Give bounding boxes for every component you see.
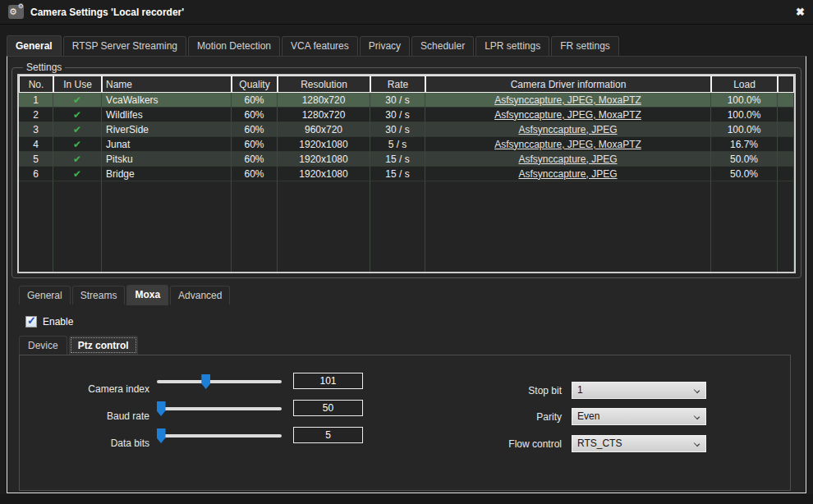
chevron-down-icon (693, 387, 700, 393)
tab-privacy[interactable]: Privacy (360, 36, 410, 56)
tab-scheduler[interactable]: Scheduler (411, 36, 474, 56)
driver-link[interactable]: Asfsynccapture, JPEG, MoxaPTZ (494, 109, 641, 121)
tab-general[interactable]: General (7, 35, 62, 57)
title-bar: ⚙⚙ Camera Settings 'Local recorder' ✖ (0, 0, 813, 25)
tab-ptz-control[interactable]: Ptz control (69, 336, 138, 355)
moxa-sub-tab-strip: Device Ptz control (19, 336, 806, 355)
col-header-resolution[interactable]: Resolution (278, 76, 370, 93)
slider-thumb[interactable] (201, 374, 210, 389)
col-header-filler (778, 76, 794, 93)
ptz-control-panel: Camera index 101 Baud rate 50 Data bits … (19, 355, 791, 491)
slider-thumb[interactable] (157, 428, 166, 443)
checkmark-icon: ✓ (27, 314, 36, 327)
table-empty-area (19, 181, 794, 272)
driver-link[interactable]: Asfsynccapture, JPEG (518, 153, 617, 165)
table-row[interactable]: 3 ✔ RiverSide 60% 960x720 30 / s Asfsync… (19, 122, 794, 137)
window-bottom-edge (0, 494, 813, 504)
baud-rate-slider[interactable] (157, 401, 282, 417)
baud-rate-value-field[interactable]: 50 (293, 400, 363, 416)
tab-vca-features[interactable]: VCA features (282, 36, 358, 56)
enable-row: ✓ Enable (25, 315, 806, 328)
col-header-in-use[interactable]: In Use (53, 76, 102, 93)
tab-rtsp-server-streaming[interactable]: RTSP Server Streaming (63, 36, 186, 56)
tab-lpr-settings[interactable]: LPR settings (475, 36, 549, 56)
camera-table: No. In Use Name Quality Resolution Rate … (17, 74, 796, 273)
flow-control-label: Flow control (439, 438, 562, 450)
driver-link[interactable]: Asfsynccapture, JPEG, MoxaPTZ (494, 94, 641, 106)
col-header-load[interactable]: Load (711, 76, 778, 93)
tab-advanced[interactable]: Advanced (170, 286, 230, 305)
in-use-check-icon: ✔ (73, 94, 81, 106)
table-header-row: No. In Use Name Quality Resolution Rate … (19, 76, 794, 93)
driver-link[interactable]: Asfsynccapture, JPEG (518, 124, 617, 135)
settings-group-label: Settings (23, 62, 65, 73)
col-header-quality[interactable]: Quality (232, 76, 278, 93)
tab-motion-detection[interactable]: Motion Detection (188, 36, 280, 56)
camera-index-value-field[interactable]: 101 (293, 373, 363, 389)
tab-fr-settings[interactable]: FR settings (551, 36, 619, 56)
table-row[interactable]: 5 ✔ Pitsku 60% 1920x1080 15 / s Asfsyncc… (19, 152, 794, 167)
table-row[interactable]: 6 ✔ Bridge 60% 1920x1080 15 / s Asfsyncc… (19, 167, 794, 181)
camera-index-label: Camera index (26, 383, 149, 395)
data-bits-slider[interactable] (157, 428, 282, 444)
tab-moxa[interactable]: Moxa (126, 285, 168, 305)
stop-bit-label: Stop bit (439, 385, 562, 396)
baud-rate-label: Baud rate (26, 410, 149, 422)
tab-device[interactable]: Device (19, 336, 67, 355)
window-title: Camera Settings 'Local recorder' (30, 7, 184, 18)
slider-thumb[interactable] (157, 401, 166, 416)
col-header-name[interactable]: Name (102, 76, 232, 93)
parity-label: Parity (439, 411, 562, 423)
chevron-down-icon (693, 413, 700, 419)
table-row[interactable]: 4 ✔ Junat 60% 1920x1080 5 / s Asfsynccap… (19, 137, 794, 152)
chevron-down-icon (693, 440, 700, 447)
camera-tab-strip: General Streams Moxa Advanced (19, 286, 806, 306)
general-tab-page: Settings No. In Use Name Quality Resolut… (7, 56, 806, 493)
in-use-check-icon: ✔ (73, 124, 81, 135)
in-use-check-icon: ✔ (73, 153, 81, 165)
table-row[interactable]: 2 ✔ Wildlifes 60% 1280x720 30 / s Asfsyn… (19, 108, 794, 122)
driver-link[interactable]: Asfsynccapture, JPEG (518, 168, 617, 180)
camera-settings-gear-icon: ⚙⚙ (8, 5, 24, 19)
main-tab-strip: General RTSP Server Streaming Motion Det… (7, 36, 619, 57)
col-header-rate[interactable]: Rate (370, 76, 425, 93)
tab-streams[interactable]: Streams (72, 286, 126, 305)
col-header-driver[interactable]: Camera Driver information (425, 76, 711, 93)
data-bits-label: Data bits (26, 438, 149, 449)
parity-dropdown[interactable]: Even (572, 408, 706, 425)
col-header-no[interactable]: No. (19, 76, 53, 93)
stop-bit-dropdown[interactable]: 1 (572, 382, 706, 399)
driver-link[interactable]: Asfsynccapture, JPEG, MoxaPTZ (494, 139, 641, 150)
in-use-check-icon: ✔ (73, 109, 81, 121)
enable-label: Enable (43, 316, 73, 328)
in-use-check-icon: ✔ (73, 139, 81, 150)
flow-control-dropdown[interactable]: RTS_CTS (572, 435, 706, 452)
in-use-check-icon: ✔ (73, 168, 81, 180)
camera-settings-window: ⚙⚙ Camera Settings 'Local recorder' ✖ Ge… (0, 0, 813, 504)
tab-camera-general[interactable]: General (19, 286, 71, 305)
close-icon[interactable]: ✖ (796, 6, 805, 18)
data-bits-value-field[interactable]: 5 (293, 427, 363, 443)
table-row[interactable]: 1 ✔ VcaWalkers 60% 1280x720 30 / s Asfsy… (19, 93, 794, 108)
enable-checkbox[interactable]: ✓ (25, 316, 37, 328)
settings-groupbox: Settings No. In Use Name Quality Resolut… (11, 62, 802, 278)
camera-index-slider[interactable] (157, 373, 282, 390)
